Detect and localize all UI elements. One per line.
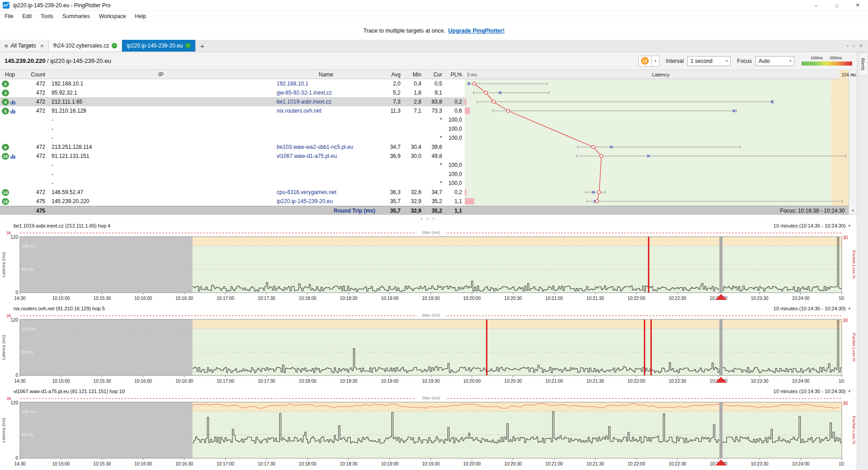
ip-cell: 213.251.128.114: [48, 144, 274, 150]
maximize-button[interactable]: □: [826, 0, 847, 10]
new-tab-button[interactable]: +: [196, 40, 208, 52]
tab-fh24-102[interactable]: fh24-102.cybersales.cz ✓: [49, 40, 122, 52]
count-cell: 472: [20, 153, 48, 159]
trace-summary-table: Hop Count IP Name Avg Min Cur PL% 0 ms L…: [0, 70, 857, 215]
minimize-button[interactable]: –: [806, 0, 826, 10]
svg-text:10:17:00: 10:17:00: [217, 379, 234, 384]
svg-text:10:15:30: 10:15:30: [93, 461, 111, 466]
timeline-range-label: 10 minutes (10:14:30 - 10:24:30): [774, 223, 846, 228]
hop-cell: 3: [0, 90, 20, 96]
svg-text:10:21:00: 10:21:00: [545, 461, 563, 466]
menu-help[interactable]: Help: [131, 11, 151, 21]
chevron-right-icon[interactable]: ›: [853, 43, 855, 49]
pause-button[interactable]: [638, 56, 652, 66]
footer-avg: 35,7: [378, 208, 403, 214]
svg-text:50 ms: 50 ms: [22, 349, 33, 354]
focus-value: Auto: [759, 58, 770, 64]
svg-text:10:18:30: 10:18:30: [340, 296, 358, 301]
hop-latency-graph[interactable]: [465, 79, 849, 206]
cur-cell: 83,8: [424, 99, 445, 105]
scroll-down-icon[interactable]: ▼: [849, 206, 857, 214]
ip-cell: 192.168.10.1: [48, 81, 274, 87]
timeline-graph[interactable]: 35Jitter (ms)100 ms50 ms14:3010:15:0010:…: [0, 395, 857, 470]
timeline-panel: vl1067.waw-d1-a75.pl.eu (91.121.131.151)…: [0, 387, 857, 470]
svg-text:10:17:30: 10:17:30: [258, 461, 275, 466]
tab-label: fh24-102.cybersales.cz: [53, 43, 109, 49]
column-header-ip[interactable]: IP: [48, 71, 274, 78]
scrollbar-track[interactable]: [849, 78, 857, 206]
min-cell: 0,4: [403, 81, 424, 87]
svg-text:Packet Loss %: Packet Loss %: [852, 333, 857, 362]
target-host: / ip220.ip-145-239-20.eu: [45, 57, 111, 64]
column-header-cur[interactable]: Cur: [424, 71, 445, 78]
menu-file[interactable]: File: [0, 11, 18, 21]
chevron-left-icon[interactable]: ‹: [847, 43, 849, 49]
svg-text:10:19:00: 10:19:00: [381, 461, 399, 466]
column-header-latency[interactable]: 0 ms Latency 104 ms: [465, 70, 857, 79]
interval-label: Interval: [666, 58, 684, 64]
cur-cell: 49,8: [424, 153, 445, 159]
timeline-graph[interactable]: 35Jitter (ms)100 ms50 ms14:3010:15:0010:…: [0, 312, 857, 387]
hop-number-badge: 5: [2, 108, 9, 114]
svg-text:10:20:00: 10:20:00: [463, 379, 481, 384]
interval-value: 1 second: [690, 58, 712, 64]
menu-summaries[interactable]: Summaries: [58, 11, 94, 21]
column-header-count[interactable]: Count: [20, 71, 48, 78]
svg-text:10:20:30: 10:20:30: [504, 296, 522, 301]
svg-text:10:22:30: 10:22:30: [669, 379, 686, 384]
focus-select[interactable]: Auto ▾: [755, 56, 794, 66]
interval-select[interactable]: 1 second ▾: [687, 56, 731, 66]
pause-dropdown-button[interactable]: ▾: [652, 56, 660, 66]
cur-cell: *: [424, 162, 445, 168]
pl-cell: 100,0: [445, 126, 465, 132]
column-header-pl[interactable]: PL%: [445, 71, 465, 78]
tab-nav-controls: ‹ › ≡: [841, 40, 868, 52]
hop-cell: 14: [0, 189, 20, 196]
tab-all-targets[interactable]: ≡ All Targets ✕: [0, 40, 49, 52]
summary-scrollbar[interactable]: ▲ ▼: [849, 70, 857, 214]
upgrade-link[interactable]: Upgrade PingPlotter!: [448, 28, 505, 34]
footer-cur: 35,2: [424, 208, 445, 214]
name-cell: nix.routers.ovh.net: [274, 108, 378, 114]
svg-text:10:21:30: 10:21:30: [586, 461, 604, 466]
timeline-graph[interactable]: 35Jitter (ms)100 ms50 ms14:3010:15:0010:…: [0, 229, 857, 304]
menu-edit[interactable]: Edit: [18, 11, 36, 21]
count-cell: 472: [20, 108, 48, 114]
svg-text:10:22:30: 10:22:30: [669, 461, 686, 466]
hop-number-badge: 3: [2, 90, 9, 96]
pane-splitter[interactable]: ● ● ●: [0, 215, 857, 222]
cur-cell: *: [424, 135, 445, 141]
svg-text:100 ms: 100 ms: [22, 243, 36, 248]
svg-text:14:30: 14:30: [14, 296, 25, 301]
timeline-title: vl1067.waw-d1-a75.pl.eu (91.121.131.151)…: [14, 389, 125, 394]
avg-cell: 35,7: [378, 198, 403, 204]
column-header-hop[interactable]: Hop: [0, 71, 20, 78]
svg-text:10:16:00: 10:16:00: [134, 379, 152, 384]
close-icon[interactable]: ✕: [40, 43, 43, 48]
chevron-down-icon[interactable]: ▾: [848, 306, 850, 311]
menu-workspace[interactable]: Workspace: [94, 11, 131, 21]
column-header-name[interactable]: Name: [274, 71, 378, 78]
pl-cell: 0,6: [445, 108, 465, 114]
column-header-min[interactable]: Min: [403, 71, 424, 78]
svg-text:10:: 10:: [839, 379, 845, 384]
svg-text:10:23:30: 10:23:30: [751, 379, 769, 384]
title-bar: ip220.ip-145-239-20.eu - PingPlotter Pro…: [0, 0, 868, 11]
pl-cell: 0,2: [445, 99, 465, 105]
menu-tools[interactable]: Tools: [36, 11, 58, 21]
chevron-down-icon[interactable]: ▾: [848, 389, 850, 394]
ip-cell: 91.210.16.129: [48, 108, 274, 114]
alerts-panel-tab[interactable]: Alerts: [859, 53, 867, 76]
tab-ip220[interactable]: ip220.ip-145-239-20.eu ✓: [122, 40, 196, 52]
svg-text:Jitter (ms): Jitter (ms): [422, 396, 440, 400]
timeline-chart-icon: [10, 154, 16, 159]
pl-cell: 100,0: [445, 171, 465, 177]
min-cell: 30,0: [403, 153, 424, 159]
min-cell: 1,8: [403, 90, 424, 96]
close-button[interactable]: ✕: [847, 0, 868, 10]
column-header-avg[interactable]: Avg: [378, 71, 403, 78]
tab-list-icon[interactable]: ≡: [859, 43, 863, 49]
svg-text:10:23:30: 10:23:30: [751, 461, 769, 466]
chevron-down-icon[interactable]: ▾: [848, 223, 850, 228]
hop-cell: 9: [0, 144, 20, 151]
